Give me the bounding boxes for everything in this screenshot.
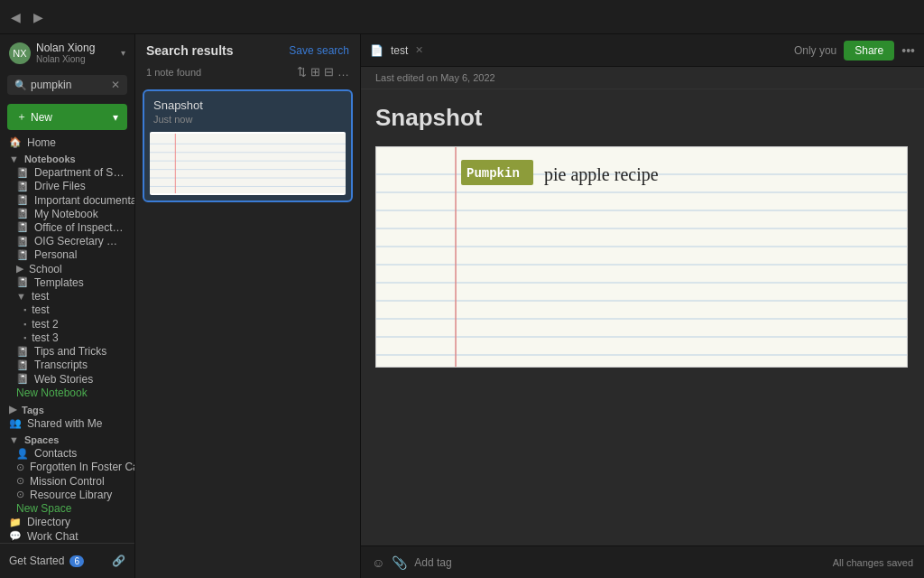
- sidebar-item-foster[interactable]: ⊙ Forgotten In Foster Care: [0, 461, 134, 474]
- chevron-down-icon: ▾: [121, 48, 125, 58]
- note-body[interactable]: Snapshot: [361, 89, 924, 545]
- collapse-icon: ▼: [16, 291, 26, 302]
- sidebar-item-transcripts[interactable]: 📓 Transcripts: [0, 359, 134, 372]
- sidebar-item-tags[interactable]: ▶ Tags: [0, 399, 134, 416]
- expand-icon: ▶: [9, 404, 16, 415]
- notebook-icon: 📓: [16, 221, 29, 233]
- sidebar-item-notebooks[interactable]: ▼ Notebooks: [0, 149, 134, 165]
- home-icon: 🏠: [9, 136, 22, 148]
- sidebar-item-test-note3[interactable]: ▪ test 3: [0, 331, 134, 344]
- sidebar-item-workchat[interactable]: 💬 Work Chat: [0, 529, 134, 543]
- collapse-icon: ▼: [9, 434, 19, 445]
- space-icon: ⊙: [16, 475, 24, 487]
- user-sub: Nolan Xiong: [36, 54, 116, 64]
- sidebar-item-test[interactable]: ▼ test: [0, 290, 134, 303]
- note-card-title: Snapshot: [153, 98, 342, 112]
- sidebar-item-spaces[interactable]: ▼ Spaces: [0, 430, 134, 446]
- note-count: 1 note found: [146, 67, 201, 78]
- note-tab-name: test: [391, 44, 408, 57]
- get-started-label: Get Started: [9, 555, 64, 567]
- directory-icon: 📁: [9, 517, 22, 528]
- notebook-icon: 📓: [16, 373, 29, 385]
- sidebar-item-mission[interactable]: ⊙ Mission Control: [0, 474, 134, 488]
- more-options-button[interactable]: •••: [901, 43, 915, 58]
- search-icon: 🔍: [14, 79, 27, 91]
- share-button[interactable]: Share: [844, 41, 894, 61]
- emoji-icon[interactable]: ☺: [372, 555, 384, 570]
- notebook-icon: 📓: [16, 181, 29, 192]
- sidebar-item-home[interactable]: 🏠 Home: [0, 135, 134, 149]
- svg-rect-0: [150, 134, 346, 193]
- sidebar-item-contacts[interactable]: 👤 Contacts: [0, 447, 134, 461]
- get-started-row[interactable]: Get Started 6 🔗: [0, 549, 134, 573]
- sidebar: NX Nolan Xiong Nolan Xiong ▾ 🔍 ✕ ＋ ＋ New…: [0, 34, 135, 578]
- search-input[interactable]: [31, 79, 107, 91]
- search-header: Search results Save search: [135, 34, 360, 63]
- note-card[interactable]: Snapshot Just now: [143, 89, 353, 202]
- save-search-button[interactable]: Save search: [289, 44, 349, 57]
- sharing-status: Only you: [794, 44, 836, 57]
- notebook-icon: 📓: [16, 249, 29, 261]
- note-editor: 📄 test ✕ Only you Share ••• Last edited …: [361, 34, 924, 578]
- filter-icon[interactable]: ⊞: [310, 65, 320, 79]
- notebook-icon: 📓: [16, 236, 29, 247]
- attachment-icon[interactable]: 📎: [392, 555, 407, 570]
- search-box[interactable]: 🔍 ✕: [7, 75, 127, 95]
- sidebar-item-resource[interactable]: ⊙ Resource Library: [0, 488, 134, 501]
- chat-icon: 💬: [9, 530, 22, 542]
- notebook-icon: 📓: [16, 194, 29, 206]
- shared-icon: 👥: [9, 417, 22, 429]
- sidebar-item-new-notebook[interactable]: New Notebook: [0, 386, 134, 399]
- sidebar-item-shared[interactable]: 👥 Shared with Me: [0, 416, 134, 430]
- sidebar-item-test-note1[interactable]: ▪ test: [0, 303, 134, 317]
- sidebar-bottom: Get Started 6 🔗: [0, 543, 134, 578]
- sidebar-item-oig[interactable]: 📓 OIG Secretary Meeting 4...: [0, 235, 134, 248]
- notebook-icon: 📓: [16, 167, 29, 179]
- notebook-icon: 📓: [16, 276, 29, 288]
- sidebar-item-mynotebook[interactable]: 📓 My Notebook: [0, 207, 134, 220]
- last-edited-text: Last edited on May 6, 2022: [375, 72, 495, 83]
- search-results-title: Search results: [146, 43, 234, 58]
- sidebar-item-school[interactable]: ▶ School: [0, 262, 134, 275]
- notification-badge: 6: [69, 555, 84, 567]
- sidebar-item-tips[interactable]: 📓 Tips and Tricks: [0, 344, 134, 358]
- sidebar-item-new-space[interactable]: New Space: [0, 501, 134, 515]
- chevron-icon: ▾: [113, 111, 118, 124]
- sidebar-item-webstories[interactable]: 📓 Web Stories: [0, 372, 134, 386]
- sidebar-item-directory[interactable]: 📁 Directory: [0, 516, 134, 529]
- top-navigation-bar: ◀ ▶: [0, 0, 924, 34]
- plus-icon: ＋: [16, 109, 27, 125]
- notebook-icon: 📓: [16, 346, 29, 358]
- sort-icon[interactable]: ⇅: [297, 65, 307, 79]
- more-icon[interactable]: …: [337, 65, 349, 79]
- sidebar-item-drive[interactable]: 📓 Drive Files: [0, 180, 134, 193]
- note-icon: ▪: [23, 333, 26, 342]
- note-card-preview: [150, 132, 346, 195]
- content-topbar: 📄 test ✕ Only you Share •••: [361, 34, 924, 67]
- search-meta: 1 note found ⇅ ⊞ ⊟ …: [135, 63, 360, 84]
- clear-search-icon[interactable]: ✕: [111, 79, 120, 91]
- search-results-panel: Search results Save search 1 note found …: [135, 34, 361, 578]
- notebook-icon: 📓: [16, 359, 29, 371]
- sidebar-item-personal[interactable]: 📓 Personal: [0, 248, 134, 262]
- user-name: Nolan Xiong: [36, 42, 116, 54]
- sidebar-item-templates[interactable]: 📓 Templates: [0, 275, 134, 289]
- sidebar-item-office[interactable]: 📓 Office of Inspector Gene...: [0, 220, 134, 234]
- expand-icon: ▶: [16, 263, 23, 275]
- user-profile[interactable]: NX Nolan Xiong Nolan Xiong ▾: [0, 34, 134, 71]
- new-button[interactable]: ＋ ＋ New New ▾: [7, 104, 127, 130]
- forward-button[interactable]: ▶: [30, 8, 47, 26]
- note-icon: ▪: [23, 320, 26, 329]
- edit-meta: Last edited on May 6, 2022: [361, 67, 924, 89]
- add-tag-button[interactable]: Add tag: [414, 556, 451, 569]
- sidebar-item-test-note2[interactable]: ▪ test 2: [0, 317, 134, 331]
- sidebar-item-dept[interactable]: 📓 Department of Social Se...: [0, 165, 134, 179]
- note-image: Pumpkin pie apple recipe: [375, 146, 908, 368]
- note-card-time: Just now: [153, 114, 342, 125]
- back-button[interactable]: ◀: [7, 8, 24, 26]
- sidebar-item-important[interactable]: 📓 Important documentation: [0, 193, 134, 207]
- note-icon: ▪: [23, 305, 26, 314]
- tab-close-button[interactable]: ✕: [415, 44, 423, 56]
- main-layout: NX Nolan Xiong Nolan Xiong ▾ 🔍 ✕ ＋ ＋ New…: [0, 34, 924, 578]
- view-icon[interactable]: ⊟: [324, 65, 334, 79]
